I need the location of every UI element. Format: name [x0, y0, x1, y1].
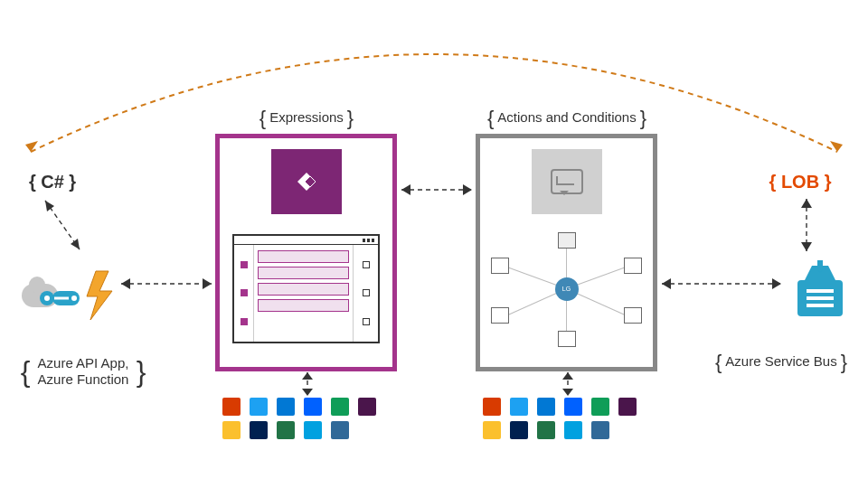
svg-marker-35: [463, 184, 472, 195]
svg-marker-36: [401, 184, 410, 195]
connectors-left: [222, 398, 376, 459]
powerapps-tile-icon: [271, 149, 342, 214]
svg-marker-27: [801, 199, 812, 208]
arrow-left-panel-to-connectors: [298, 371, 316, 399]
slack-icon: [358, 398, 376, 416]
brace-right-icon: }: [133, 355, 150, 388]
mailchimp-icon: [222, 421, 241, 439]
sharepoint-icon: [277, 421, 295, 439]
onedrive-icon: [277, 398, 295, 416]
sql-icon: [591, 421, 609, 439]
svg-marker-23: [71, 239, 80, 249]
svg-marker-29: [203, 278, 212, 289]
dynamics-icon: [510, 421, 528, 439]
office-icon: [222, 398, 241, 416]
actions-panel: LG: [476, 134, 657, 371]
svg-rect-20: [807, 296, 834, 300]
brace-left-icon: {: [712, 351, 725, 373]
azure-service-bus-icon: [794, 260, 846, 320]
lob-label: { LOB }: [760, 172, 841, 192]
dropbox-icon: [564, 398, 582, 416]
svg-marker-0: [25, 141, 38, 152]
hub-diagram-icon: LG: [493, 234, 640, 343]
svg-marker-26: [801, 242, 812, 251]
office-icon: [483, 398, 501, 416]
flow-tile-icon: [532, 149, 602, 214]
azure-compute-cluster: [20, 262, 132, 334]
brace-left-icon: {: [256, 107, 269, 129]
arrow-lob-to-servicebus: [788, 195, 825, 260]
svg-marker-32: [772, 278, 781, 289]
brace-right-icon: }: [344, 107, 357, 129]
svg-marker-42: [562, 372, 573, 380]
actions-conditions-label: {Actions and Conditions}: [474, 107, 660, 130]
logic-app-icon: [38, 282, 81, 314]
svg-rect-21: [807, 304, 834, 307]
dynamics-icon: [250, 421, 268, 439]
arrow-right-panel-to-connectors: [559, 371, 577, 399]
svg-marker-33: [662, 278, 671, 289]
azure-api-function-label: { Azure API App, Azure Function }: [13, 354, 154, 389]
twitter-icon: [250, 398, 268, 416]
svg-rect-19: [807, 289, 834, 293]
twitter-icon: [510, 398, 528, 416]
arrow-right-panel-to-servicebus: [656, 275, 787, 293]
gdrive-icon: [591, 398, 609, 416]
svg-point-11: [44, 296, 50, 301]
brace-left-icon: {: [484, 107, 497, 129]
arrow-csharp-to-compute: [31, 195, 103, 264]
svg-marker-30: [121, 278, 130, 289]
svg-marker-1: [830, 141, 843, 152]
onedrive-icon: [537, 398, 555, 416]
salesforce-icon: [564, 421, 582, 439]
slack-icon: [618, 398, 637, 416]
svg-marker-24: [45, 201, 54, 211]
top-dashed-arc: [25, 20, 843, 155]
azure-service-bus-label: {Azure Service Bus}: [702, 351, 861, 374]
designer-browser-icon: [232, 234, 380, 343]
brace-right-icon: }: [637, 107, 650, 129]
svg-point-13: [71, 296, 77, 301]
sql-icon: [331, 421, 349, 439]
svg-marker-14: [87, 271, 112, 320]
expressions-label: {Expressions}: [213, 107, 400, 130]
dropbox-icon: [304, 398, 322, 416]
arrow-compute-to-left-panel: [116, 275, 217, 293]
arrow-between-panels: [396, 181, 477, 199]
mailchimp-icon: [483, 421, 501, 439]
svg-marker-41: [562, 389, 573, 396]
svg-marker-38: [302, 389, 313, 396]
expressions-panel: [215, 134, 397, 371]
sharepoint-icon: [537, 421, 555, 439]
connectors-right: [483, 398, 637, 459]
brace-right-icon: }: [837, 351, 851, 373]
gdrive-icon: [331, 398, 349, 416]
svg-marker-39: [302, 372, 313, 380]
csharp-label: { C# }: [16, 172, 89, 192]
salesforce-icon: [304, 421, 322, 439]
brace-left-icon: {: [17, 355, 34, 388]
